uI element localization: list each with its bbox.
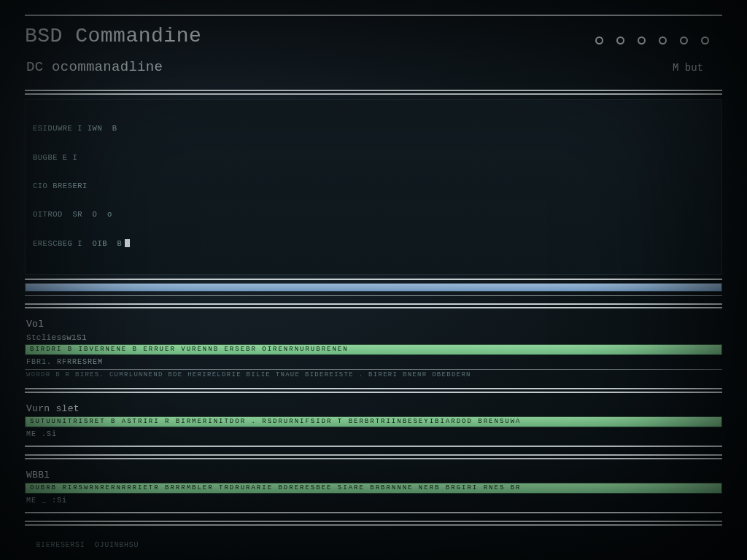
term-line: ESIDUWRE I IWN B [33,124,714,133]
dot-icon[interactable] [616,36,624,44]
status-bar-green[interactable]: OUBRB RIRSWRNRERNRRRIETR BRRRMBLER TRDRU… [25,483,722,494]
double-rule [25,521,722,526]
double-rule [25,388,722,393]
cursor-icon [125,239,130,247]
term-line: BUGBE E I [33,153,714,163]
command-text: FBR1. RFRRESREM [25,355,722,368]
command-text: ME .Si [25,427,722,440]
subheader-row: DC ocommanadline M but [25,52,722,82]
section-label-vol: Vol [25,310,722,332]
command-text: ME _ :Si [25,494,722,506]
status-bar-green[interactable]: BIRDRI B IBVERNENE B ERRUER VURENNB ERSE… [25,344,722,355]
section-label-vurn: Vurn slet [25,394,722,416]
window-dots [595,36,722,47]
terminal-output-2: BIERESERSI OJUINBHSU TRATRE FIDORH R ROR… [25,528,722,560]
header-row: BSD Commandine [25,18,722,52]
app-subtitle: DC ocommanadline [26,59,163,75]
dot-icon[interactable] [701,36,709,44]
output-text: WORDR B R BIRES. CUMRLUNNEND BDE HERIREL… [25,371,722,381]
dot-icon[interactable] [680,36,688,44]
menu-label[interactable]: M but [673,62,721,74]
term-line: BIERESERSI OJUINBHSU [36,541,139,549]
terminal-box[interactable]: ESIDUWRE I IWN B BUGBE E I CIO BRESERI O… [25,99,722,275]
double-rule [25,454,722,459]
double-rule [25,303,722,308]
terminal-output-1: ESIDUWRE I IWN B BUGBE E I CIO BRESERI O… [25,99,722,296]
app-title: BSD Commandine [25,25,201,47]
dot-icon[interactable] [595,36,603,44]
status-bar-green[interactable]: SUTUUNITRISRET B ASTRIRI R BIRMERINITDOR… [25,416,722,427]
term-line: OITROD SR O o [33,210,714,219]
dot-icon[interactable] [659,36,667,44]
progress-bar-blue[interactable] [25,283,722,292]
top-rule [25,15,722,16]
term-line: ERESCBEG I OIB B [33,239,714,249]
double-rule [25,90,722,95]
section-label-wb: WBBl [25,461,722,483]
section-sublabel: Stcliessw1S1 [25,332,722,344]
dot-icon[interactable] [638,36,646,44]
term-line: CIO BRESERI [33,182,714,191]
